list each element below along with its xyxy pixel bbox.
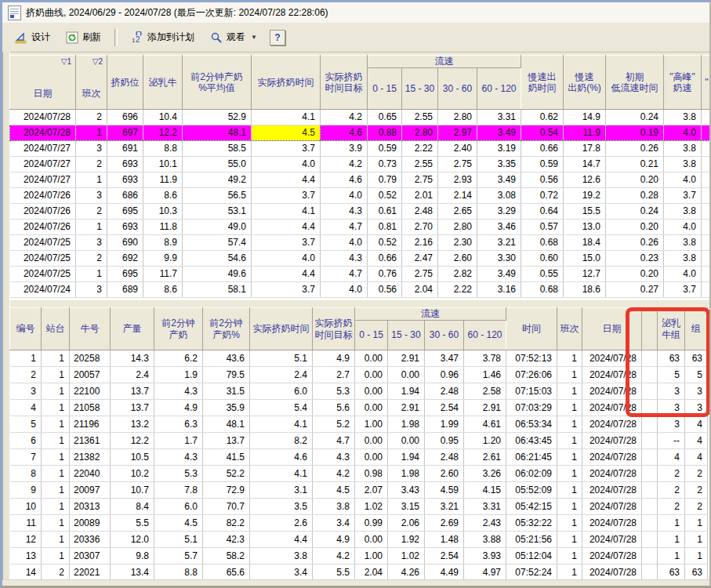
cell[interactable]: 8.2	[250, 433, 313, 449]
cell[interactable]: 2.04	[402, 282, 438, 298]
table-row[interactable]: 912009710.77.872.93.14.52.073.434.594.15…	[10, 482, 708, 499]
col-header-flow-15-30[interactable]: 15 - 30	[402, 68, 438, 110]
cell[interactable]: 1.92	[388, 532, 425, 548]
cell[interactable]: 4.1	[252, 204, 321, 220]
cell[interactable]: 1	[76, 267, 107, 282]
cell[interactable]: 05:52:09	[506, 482, 557, 499]
cell[interactable]: 2024/07/26	[10, 188, 76, 204]
col-header-cow[interactable]: 牛号	[70, 308, 111, 350]
cell[interactable]: 63	[658, 350, 685, 367]
cell[interactable]: 2024/07/28	[582, 449, 642, 466]
cell[interactable]: 3.7	[252, 141, 321, 157]
cell[interactable]: 7	[10, 449, 42, 466]
cell[interactable]: 0.52	[368, 235, 402, 251]
cell[interactable]: 2.07	[355, 482, 388, 499]
cell[interactable]: 0.95	[425, 433, 464, 449]
cell[interactable]: 1.00	[355, 548, 388, 564]
cell[interactable]: 4	[658, 449, 685, 466]
cell[interactable]: 4.97	[464, 564, 506, 581]
col-header-stalls[interactable]: 挤奶位	[107, 56, 143, 110]
cell[interactable]: 2.91	[388, 350, 425, 367]
cell[interactable]: 3.8	[664, 251, 702, 267]
cell[interactable]: 9.8	[111, 548, 154, 564]
col-header-blank[interactable]	[642, 308, 658, 350]
cell[interactable]: 43.6	[203, 350, 250, 367]
cell[interactable]	[642, 532, 658, 548]
cell[interactable]	[642, 482, 658, 499]
cell[interactable]: 48.1	[183, 125, 252, 141]
cell[interactable]: 07:26:06	[506, 367, 557, 383]
cell[interactable]: 5.1	[250, 350, 313, 367]
cell[interactable]: 3	[685, 383, 708, 400]
cell[interactable]: 3.8	[313, 499, 355, 515]
cell[interactable]: 2.22	[402, 141, 438, 157]
cell[interactable]	[642, 564, 658, 581]
cell[interactable]: 0.61	[368, 204, 402, 220]
cell[interactable]: 0.00	[355, 383, 388, 400]
cell[interactable]: 57.4	[183, 235, 252, 251]
cell[interactable]: 4.7	[321, 220, 368, 235]
cell[interactable]	[642, 400, 658, 416]
cell[interactable]: 4.0	[321, 282, 368, 298]
cell[interactable]: 2.80	[438, 110, 477, 125]
cell[interactable]: 3.78	[464, 350, 506, 367]
cell[interactable]: 4.9	[154, 400, 203, 416]
cell[interactable]: 4.5	[313, 482, 355, 499]
cell[interactable]: 13.2	[111, 416, 154, 433]
cell[interactable]: 686	[107, 188, 143, 204]
table-row[interactable]: 2024/07/27169311.949.24.44.60.792.752.93…	[10, 172, 711, 188]
cell[interactable]: 4.4	[252, 220, 321, 235]
cell[interactable]: 11.9	[143, 172, 183, 188]
cell[interactable]: 3	[76, 141, 107, 157]
cell[interactable]: 2	[685, 499, 708, 515]
cell[interactable]: 1	[557, 515, 582, 532]
cell[interactable]: 13.0	[564, 220, 606, 235]
cell[interactable]: 15.5	[564, 204, 606, 220]
sort-indicator-1[interactable]: ▽1	[61, 57, 71, 67]
cell[interactable]: 693	[107, 220, 143, 235]
cell[interactable]: 1	[42, 466, 70, 482]
cell[interactable]: 2	[76, 110, 107, 125]
cell[interactable]: 2024/07/28	[582, 515, 642, 532]
cell[interactable]: 2.4	[250, 367, 313, 383]
cell[interactable]: 5.3	[313, 383, 355, 400]
cell[interactable]: 2024/07/25	[10, 267, 76, 282]
cell[interactable]	[702, 251, 711, 267]
col-header-flow-0-15[interactable]: 0 - 15	[368, 68, 402, 110]
table-row[interactable]: 2024/07/26269510.353.14.14.30.612.482.65…	[10, 204, 711, 220]
cell[interactable]: 3.1	[250, 482, 313, 499]
cell[interactable]: 10.4	[143, 110, 183, 125]
table-row[interactable]: 412105813.74.935.95.45.60.002.912.542.91…	[10, 400, 708, 416]
cell[interactable]	[642, 416, 658, 433]
cell[interactable]: 2.55	[402, 157, 438, 172]
cell[interactable]: 2	[76, 204, 107, 220]
cell[interactable]	[642, 433, 658, 449]
cell[interactable]: 2024/07/28	[582, 548, 642, 564]
cell[interactable]: 4.15	[464, 482, 506, 499]
cell[interactable]: 11.8	[143, 220, 183, 235]
table-row[interactable]: 21200572.41.979.52.42.70.000.000.961.460…	[10, 367, 708, 383]
table-row[interactable]: 2024/07/26169311.849.04.44.70.812.702.80…	[10, 220, 711, 235]
cell[interactable]: 0.26	[606, 141, 664, 157]
cell[interactable]: 5.5	[313, 564, 355, 581]
cell[interactable]: 6.0	[250, 383, 313, 400]
cell[interactable]: 18.4	[564, 235, 606, 251]
cell[interactable]: 1	[10, 350, 42, 367]
cell[interactable]	[642, 548, 658, 564]
cell[interactable]: 4.49	[425, 564, 464, 581]
cell[interactable]: 2	[658, 499, 685, 515]
cell[interactable]: 0.59	[521, 157, 564, 172]
view-button[interactable]: 观看 ▼	[204, 27, 263, 47]
col-header-date[interactable]: ▽1 日期	[10, 56, 76, 110]
cell[interactable]: 49.6	[183, 267, 252, 282]
cell[interactable]: 2024/07/28	[582, 433, 642, 449]
cell[interactable]: 1	[42, 548, 70, 564]
cell[interactable]: 70.7	[203, 499, 250, 515]
cell[interactable]: 0.19	[606, 125, 664, 141]
table-row[interactable]: 812204010.25.352.24.14.20.981.982.603.26…	[10, 466, 708, 482]
cell[interactable]: 1	[76, 125, 107, 141]
cell[interactable]: 2024/07/26	[10, 220, 76, 235]
cell[interactable]: 2024/07/25	[10, 251, 76, 267]
cell[interactable]: 8.6	[143, 188, 183, 204]
cell[interactable]: 63	[658, 564, 685, 581]
